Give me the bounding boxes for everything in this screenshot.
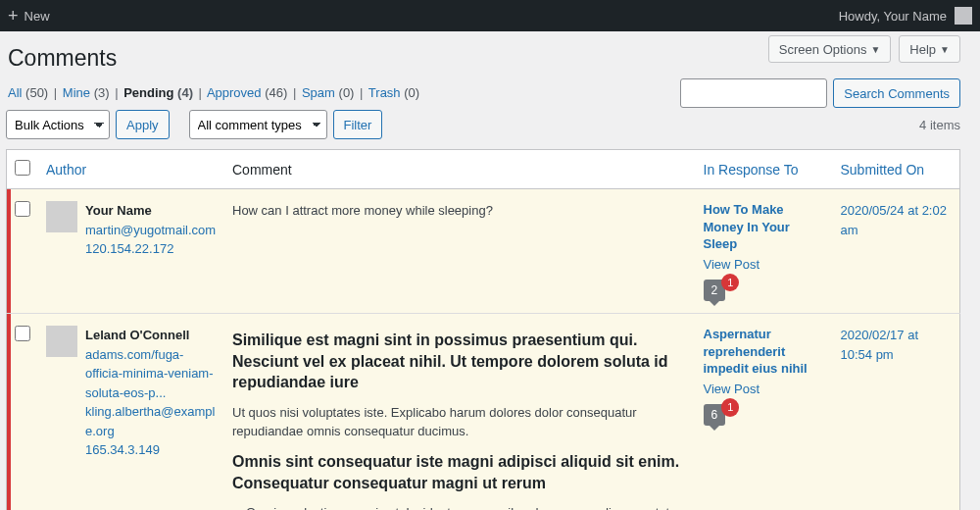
howdy-text: Howdy, Your Name (839, 9, 947, 24)
admin-bar-new[interactable]: + New (8, 7, 50, 25)
author-email[interactable]: martin@yugotmail.com (85, 223, 216, 237)
admin-bar-account[interactable]: Howdy, Your Name (839, 7, 972, 25)
avatar-icon (46, 201, 77, 232)
chevron-down-icon: ▼ (940, 44, 950, 55)
row-checkbox[interactable] (15, 201, 30, 217)
avatar-icon (955, 7, 972, 25)
items-count: 4 items (919, 118, 960, 132)
comment-heading: Omnis sint consequatur iste magni adipis… (232, 451, 688, 493)
admin-bar: + New Howdy, Your Name (0, 0, 980, 31)
comment-text: Ut quos nisi voluptates iste. Explicabo … (232, 403, 688, 441)
comment-blockquote: Omnis molestias magni est. Incidunt earu… (246, 503, 688, 510)
pending-badge: 1 (721, 274, 739, 292)
select-all-checkbox[interactable] (15, 160, 30, 176)
filter-pending[interactable]: Pending (4) (123, 85, 193, 100)
author-name: Your Name (85, 203, 152, 218)
apply-button[interactable]: Apply (116, 110, 170, 139)
author-ip[interactable]: 120.154.22.172 (85, 241, 173, 256)
author-ip[interactable]: 165.34.3.149 (85, 442, 160, 457)
submitted-date[interactable]: 2020/02/17 at 10:54 pm (841, 328, 919, 362)
table-row: Your Name martin@yugotmail.com 120.154.2… (7, 189, 960, 314)
response-post-link[interactable]: How To Make Money In Your Sleep (704, 201, 825, 253)
comment-heading: Similique est magni sint in possimus pra… (232, 330, 688, 393)
help-button[interactable]: Help▼ (899, 35, 960, 63)
author-email[interactable]: kling.albertha@example.org (85, 404, 215, 438)
filter-approved[interactable]: Approved (46) (207, 85, 287, 100)
filter-button[interactable]: Filter (333, 110, 383, 139)
screen-options-button[interactable]: Screen Options▼ (768, 35, 892, 63)
avatar-icon (46, 326, 77, 357)
comment-text: How can I attract more money while sleep… (232, 201, 688, 221)
col-response[interactable]: In Response To (704, 162, 799, 178)
comment-type-select[interactable]: All comment types (189, 110, 327, 139)
new-label: New (24, 9, 50, 24)
filter-all[interactable]: All (50) (8, 85, 48, 100)
chevron-down-icon: ▼ (870, 44, 880, 55)
view-post-link[interactable]: View Post (704, 257, 760, 272)
filter-trash[interactable]: Trash (0) (368, 85, 419, 100)
search-comments-button[interactable]: Search Comments (833, 78, 960, 108)
col-date[interactable]: Submitted On (841, 162, 925, 178)
author-url[interactable]: adams.com/fuga-officia-minima-veniam-sol… (85, 347, 214, 400)
row-checkbox[interactable] (15, 326, 30, 341)
response-post-link[interactable]: Aspernatur reprehenderit impedit eius ni… (704, 326, 825, 378)
bulk-actions-select[interactable]: Bulk Actions (6, 110, 110, 139)
filter-mine[interactable]: Mine (3) (63, 85, 110, 100)
plus-icon: + (8, 7, 19, 25)
search-input[interactable] (680, 78, 827, 108)
submitted-date[interactable]: 2020/05/24 at 2:02 am (841, 203, 947, 237)
col-author[interactable]: Author (46, 162, 86, 178)
filter-spam[interactable]: Spam (0) (302, 85, 354, 100)
table-row: Leland O'Connell adams.com/fuga-officia-… (7, 314, 960, 510)
view-post-link[interactable]: View Post (704, 382, 760, 396)
col-comment: Comment (224, 150, 696, 189)
comments-table: Author Comment In Response To Submitted … (6, 149, 960, 510)
author-name: Leland O'Connell (85, 328, 189, 342)
pending-badge: 1 (721, 398, 739, 417)
